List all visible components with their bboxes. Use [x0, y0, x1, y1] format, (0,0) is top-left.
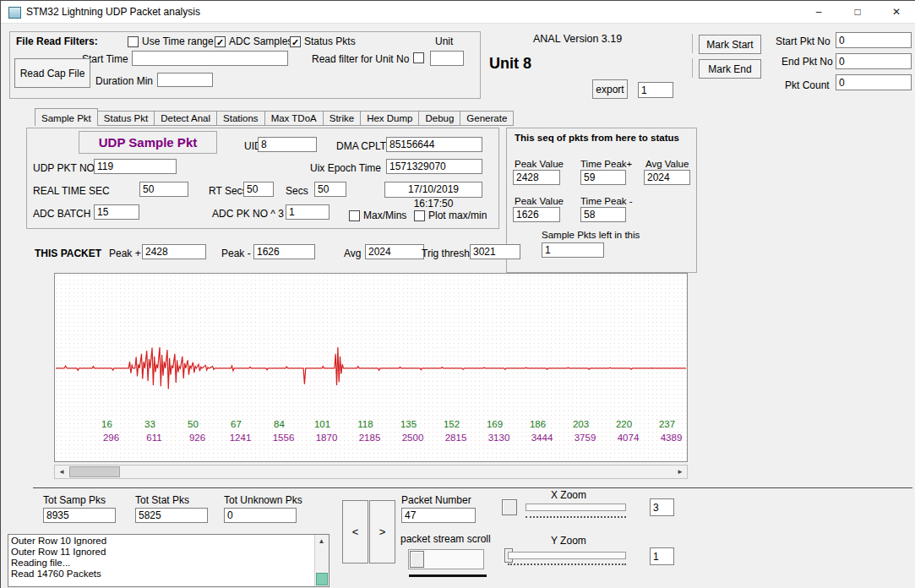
- max-mins-label: Max/Mins: [363, 210, 406, 221]
- uix-epoch-time-input[interactable]: [386, 159, 482, 174]
- use-time-range-checkbox[interactable]: [128, 36, 139, 47]
- pkt-count-input[interactable]: [836, 74, 912, 90]
- start-pkt-no-label: Start Pkt No: [776, 35, 831, 47]
- x-tick-purple: 3759: [564, 433, 607, 443]
- tot-unknown-pks-label: Tot Unknown Pks: [224, 494, 302, 506]
- x-zoom-value-input[interactable]: [650, 498, 674, 516]
- tab-hex-dump[interactable]: Hex Dump: [361, 111, 419, 126]
- max-mins-checkbox[interactable]: [349, 210, 360, 221]
- secs-input[interactable]: [314, 182, 346, 197]
- adc-batch-id-input[interactable]: [94, 204, 139, 220]
- tab-sample-pkt[interactable]: Sample Pkt: [35, 108, 98, 126]
- x-zoom-ticks: [526, 516, 626, 518]
- x-zoom-thumb[interactable]: [502, 499, 517, 515]
- dma-cplt-label: DMA CPLT: [336, 140, 386, 152]
- tab-max-tdoa[interactable]: Max TDoA: [265, 111, 324, 126]
- tot-unknown-pks-input[interactable]: [224, 508, 297, 523]
- log-line: Outer Row 10 Ignored: [11, 536, 313, 547]
- adc-samples-label: ADC Samples: [229, 35, 292, 47]
- tab-status-pkt[interactable]: Status Pkt: [98, 111, 155, 126]
- mark-end-button[interactable]: Mark End: [699, 59, 761, 79]
- minimize-button[interactable]: –: [799, 1, 838, 23]
- unit-no-input[interactable]: [430, 51, 464, 66]
- unit-title: Unit 8: [489, 55, 531, 73]
- x-axis-green: 1633506784101118135152169186203220237: [85, 419, 689, 429]
- trig-thresh-label: Trig thresh: [422, 248, 470, 259]
- prev-packet-button[interactable]: <: [342, 500, 368, 564]
- sample-pkts-left-input[interactable]: [542, 242, 604, 258]
- peak-plus-input[interactable]: [142, 244, 206, 259]
- seq-time-peak-minus-input[interactable]: [580, 207, 626, 222]
- x-tick-green: 67: [215, 419, 258, 429]
- tab-detect-anal[interactable]: Detect Anal: [155, 111, 217, 126]
- seq-time-peak-plus-input[interactable]: [580, 170, 626, 185]
- scroll-left-icon[interactable]: ◄: [55, 466, 68, 478]
- log-scroll-thumb[interactable]: [316, 573, 328, 585]
- packet-stream-underline: [409, 574, 487, 577]
- adc-samples-checkbox[interactable]: ✓: [215, 36, 226, 47]
- y-zoom-track[interactable]: [508, 552, 626, 559]
- secs-label: Secs: [286, 185, 308, 197]
- scroll-up-icon[interactable]: ▲: [315, 535, 328, 547]
- separator: [692, 34, 693, 53]
- log-scrollbar[interactable]: ▲: [314, 535, 329, 586]
- window-title: STM32 Lightning UDP Packet analysis: [26, 6, 200, 18]
- tab-stations[interactable]: Stations: [217, 111, 265, 126]
- start-pkt-no-input[interactable]: [836, 32, 912, 48]
- packet-number-input[interactable]: [401, 508, 476, 523]
- waveform-path: [56, 347, 686, 389]
- dma-cplt-input[interactable]: [386, 137, 482, 152]
- x-tick-purple: 4389: [650, 433, 693, 443]
- peak-minus-input[interactable]: [253, 244, 315, 259]
- duration-min-label: Duration Min: [95, 75, 153, 87]
- x-tick-green: 50: [172, 419, 215, 429]
- tot-samp-pks-input[interactable]: [43, 508, 116, 523]
- chart-hscroll-thumb[interactable]: [69, 466, 120, 477]
- x-zoom-track[interactable]: [526, 504, 626, 511]
- udp-pkt-no-input[interactable]: [94, 159, 177, 174]
- tab-debug[interactable]: Debug: [419, 111, 460, 126]
- real-time-sec-input[interactable]: [139, 182, 188, 197]
- y-zoom-label: Y Zoom: [551, 535, 586, 547]
- log-box[interactable]: Outer Row 10 IgnoredOuter Row 11 Ignored…: [8, 534, 330, 587]
- uid-input[interactable]: [258, 137, 317, 152]
- x-tick-purple: 2500: [391, 433, 434, 443]
- duration-min-input[interactable]: [157, 73, 213, 87]
- adc-pk-no-input[interactable]: [286, 204, 330, 220]
- status-pkts-checkbox[interactable]: ✓: [290, 36, 301, 47]
- tab-strike[interactable]: Strike: [324, 111, 361, 126]
- seq-peak-plus-input[interactable]: [513, 170, 560, 185]
- read-filter-unit-checkbox[interactable]: [413, 52, 424, 63]
- separator: [692, 58, 693, 78]
- scroll-right-icon[interactable]: ►: [673, 466, 687, 478]
- datetime-display: 17/10/2019 16:17:50: [384, 182, 482, 198]
- tot-stat-pks-input[interactable]: [135, 508, 208, 523]
- tab-generate[interactable]: Generate: [460, 111, 514, 126]
- export-button[interactable]: export: [592, 79, 628, 99]
- end-pkt-no-input[interactable]: [836, 53, 912, 69]
- x-tick-purple: 4074: [607, 433, 650, 443]
- x-tick-green: 84: [258, 419, 301, 429]
- y-zoom-value-input[interactable]: [650, 547, 674, 565]
- x-tick-purple: 2815: [434, 433, 477, 443]
- next-packet-button[interactable]: >: [369, 500, 395, 564]
- plot-max-min-checkbox[interactable]: [414, 210, 425, 221]
- export-count-input[interactable]: [638, 82, 673, 98]
- read-cap-file-button[interactable]: Read Cap File: [14, 58, 90, 88]
- close-button[interactable]: ✕: [877, 1, 915, 23]
- start-time-input[interactable]: [132, 51, 288, 66]
- packet-stream-scroll-track[interactable]: [408, 549, 484, 569]
- real-time-sec-label: REAL TIME SEC: [33, 185, 110, 197]
- mark-start-button[interactable]: Mark Start: [699, 35, 761, 54]
- chart-hscrollbar[interactable]: ◄ ►: [54, 465, 688, 479]
- packet-stream-scroll-thumb[interactable]: [410, 551, 424, 568]
- x-tick-purple: 296: [90, 433, 133, 443]
- x-tick-purple: 2185: [348, 433, 391, 443]
- seq-avg-value-input[interactable]: [644, 170, 690, 185]
- tot-samp-pks-label: Tot Samp Pks: [43, 494, 106, 506]
- seq-peak-minus-input[interactable]: [513, 207, 560, 222]
- avg-input[interactable]: [365, 244, 424, 259]
- rt-secs-input[interactable]: [243, 182, 274, 197]
- maximize-button[interactable]: □: [838, 1, 877, 23]
- trig-thresh-input[interactable]: [470, 244, 520, 259]
